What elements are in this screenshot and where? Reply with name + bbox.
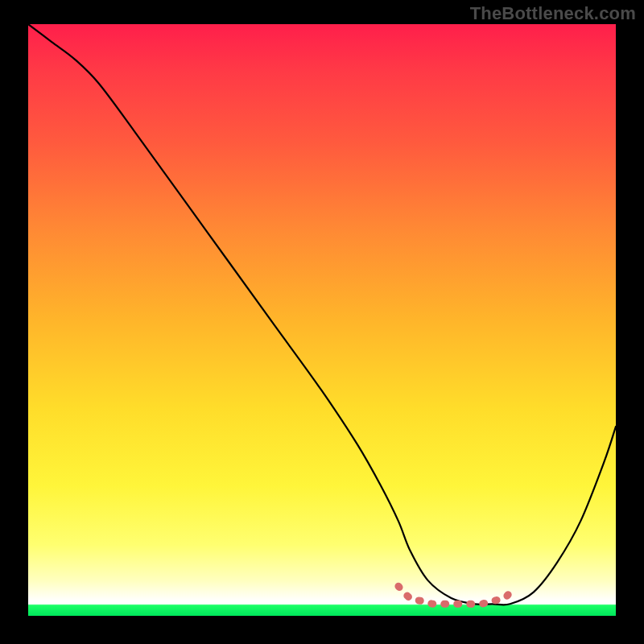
bottleneck-curve <box>28 24 616 605</box>
plot-area <box>28 24 616 616</box>
chart-svg <box>28 24 616 616</box>
optimal-range-marker <box>398 586 510 604</box>
chart-frame: TheBottleneck.com <box>0 0 644 644</box>
watermark-text: TheBottleneck.com <box>470 3 636 24</box>
